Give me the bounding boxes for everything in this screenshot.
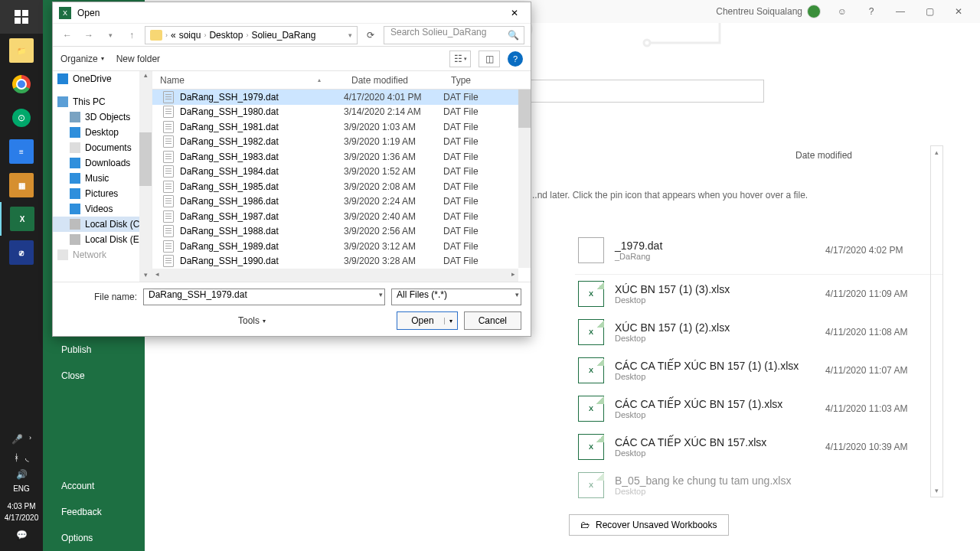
open-button[interactable]: Open xyxy=(397,311,457,330)
tree-item-label: Music xyxy=(85,173,109,184)
tree-item[interactable]: Local Disk (C:) xyxy=(53,217,152,232)
file-row[interactable]: DaRang_SSH_1989.dat3/9/2020 3:12 AMDAT F… xyxy=(152,239,531,254)
recent-file-row[interactable]: XXÚC BN 157 (1) (3).xlsxDesktop4/11/2020… xyxy=(575,275,943,313)
dialog-search-input[interactable]: Search Solieu_DaRang 🔍 xyxy=(384,26,524,44)
recent-file-date: 4/11/2020 11:09 AM xyxy=(825,289,940,299)
list-vscrollbar[interactable]: ▴ xyxy=(518,90,531,268)
file-explorer-icon[interactable]: 📁 xyxy=(0,34,43,67)
sidebar-publish[interactable]: Publish xyxy=(43,337,145,363)
breadcrumb[interactable]: › « soiqu › Desktop › Solieu_DaRang ▾ xyxy=(145,26,358,44)
tree-item[interactable]: Desktop xyxy=(53,125,152,140)
recover-unsaved-button[interactable]: 🗁 Recover Unsaved Workbooks xyxy=(569,514,729,536)
tree-item[interactable]: Pictures xyxy=(53,186,152,201)
new-folder-button[interactable]: New folder xyxy=(116,54,160,64)
dialog-close-button[interactable]: ✕ xyxy=(505,5,524,21)
nav-forward-button[interactable]: → xyxy=(80,27,97,44)
breadcrumb-segment[interactable]: Solieu_DaRang xyxy=(251,30,315,41)
breadcrumb-segment[interactable]: « xyxy=(171,30,176,41)
file-row[interactable]: DaRang_SSH_1986.dat3/9/2020 2:24 AMDAT F… xyxy=(152,194,531,210)
breadcrumb-segment[interactable]: soiqu xyxy=(179,30,201,41)
file-type: DAT File xyxy=(443,152,531,162)
file-row[interactable]: DaRang_SSH_1979.dat4/17/2020 4:01 PMDAT … xyxy=(152,90,531,105)
app-icon-3[interactable]: ⎚ xyxy=(0,236,43,269)
refresh-button[interactable]: ⟳ xyxy=(362,27,379,44)
tree-item[interactable]: Documents xyxy=(53,140,152,155)
notifications-icon[interactable]: 💬 xyxy=(0,523,43,546)
mic-icon[interactable]: 🎤 xyxy=(11,434,23,445)
windows-taskbar: 📁 ⊙ ≡ ▦ X ⎚ 🎤 › ᚼ ◟ 🔊 ENG 4:03 PM 4/17/2… xyxy=(0,0,43,551)
file-row[interactable]: DaRang_SSH_1988.dat3/9/2020 2:56 AMDAT F… xyxy=(152,224,531,240)
tree-item[interactable]: Downloads xyxy=(53,155,152,171)
file-row[interactable]: DaRang_SSH_1984.dat3/9/2020 1:52 AMDAT F… xyxy=(152,165,531,180)
file-row[interactable]: DaRang_SSH_1983.dat3/9/2020 1:36 AMDAT F… xyxy=(152,149,531,165)
dialog-help-button[interactable]: ? xyxy=(508,51,523,67)
tree-item-icon xyxy=(70,234,80,245)
file-row[interactable]: DaRang_SSH_1982.dat3/9/2020 1:19 AMDAT F… xyxy=(152,135,531,150)
tree-item[interactable]: Local Disk (E:) xyxy=(53,232,152,247)
tree-item[interactable]: OneDrive xyxy=(53,71,152,86)
tree-scrollbar[interactable]: ▴▾ xyxy=(139,71,152,282)
file-row[interactable]: DaRang_SSH_1985.dat3/9/2020 2:08 AMDAT F… xyxy=(152,179,531,194)
recent-file-name: CÁC CA TIẾP XÚC BN 157.xlsx xyxy=(615,436,815,448)
speaker-icon[interactable]: 🔊 xyxy=(16,469,28,480)
language-indicator[interactable]: ENG xyxy=(0,483,43,494)
nav-recent-button[interactable]: ▾ xyxy=(102,27,119,44)
file-row[interactable]: DaRang_SSH_1981.dat3/9/2020 1:03 AMDAT F… xyxy=(152,119,531,135)
organize-menu[interactable]: Organize▾ xyxy=(60,54,104,64)
system-tray: 🎤 › ᚼ ◟ 🔊 ENG 4:03 PM 4/17/2020 💬 xyxy=(0,429,43,551)
bluetooth-icon[interactable]: ᚼ xyxy=(14,452,19,463)
help-button[interactable]: ? xyxy=(864,4,879,19)
tree-item[interactable]: Network xyxy=(53,247,152,262)
file-row[interactable]: DaRang_SSH_1980.dat3/14/2020 2:14 AMDAT … xyxy=(152,105,531,120)
recent-file-row[interactable]: XCÁC CA TIẾP XÚC BN 157 (1).xlsxDesktop4… xyxy=(575,390,943,428)
file-row[interactable]: DaRang_SSH_1987.dat3/9/2020 2:40 AMDAT F… xyxy=(152,209,531,224)
tray-expand-icon[interactable]: › xyxy=(29,434,31,445)
breadcrumb-segment[interactable]: Desktop xyxy=(209,30,243,41)
scroll-up-icon[interactable]: ▴ xyxy=(931,146,942,158)
recent-file-row[interactable]: XB_05_bang ke chung tu tam ung.xlsxDeskt… xyxy=(575,466,943,504)
recent-file-row[interactable]: XCÁC CA TIẾP XÚC BN 157 (1) (1).xlsxDesk… xyxy=(575,351,943,390)
file-type-filter[interactable]: All Files (*.*)▾ xyxy=(391,289,521,305)
start-button[interactable] xyxy=(0,0,43,34)
recent-file-row[interactable]: XCÁC CA TIẾP XÚC BN 157.xlsxDesktop4/11/… xyxy=(575,428,943,466)
maximize-button[interactable]: ▢ xyxy=(922,4,937,19)
nav-back-button[interactable]: ← xyxy=(59,27,76,44)
recent-file-row[interactable]: _1979.dat _DaRang 4/17/2020 4:02 PM xyxy=(575,231,943,275)
minimize-button[interactable]: — xyxy=(893,4,908,19)
file-icon xyxy=(163,151,174,163)
list-hscrollbar[interactable]: ◂▸ xyxy=(152,269,518,282)
name-column-header[interactable]: Name▴ xyxy=(152,75,344,86)
sidebar-close[interactable]: Close xyxy=(43,363,145,389)
scroll-down-icon[interactable]: ▾ xyxy=(931,484,942,497)
type-column-header[interactable]: Type xyxy=(443,75,531,86)
dialog-titlebar: X Open ✕ xyxy=(53,2,531,24)
app-icon-1[interactable]: ⊙ xyxy=(0,101,43,135)
sidebar-options[interactable]: Options xyxy=(43,525,145,551)
sidebar-feedback[interactable]: Feedback xyxy=(43,499,145,525)
file-row[interactable]: DaRang_SSH_1990.dat3/9/2020 3:28 AMDAT F… xyxy=(152,254,531,269)
preview-pane-button[interactable]: ◫ xyxy=(479,51,500,67)
tree-item[interactable]: Videos xyxy=(53,201,152,217)
tree-item[interactable]: 3D Objects xyxy=(53,109,152,125)
face-icon[interactable]: ☺ xyxy=(835,4,850,19)
chrome-icon[interactable] xyxy=(0,67,43,101)
docs-icon[interactable]: ≡ xyxy=(0,135,43,168)
excel-taskbar-icon[interactable]: X xyxy=(0,202,43,236)
nav-up-button[interactable]: ↑ xyxy=(123,27,140,44)
tree-item-label: Videos xyxy=(85,204,113,214)
tree-item[interactable]: This PC xyxy=(53,94,152,109)
file-name-input[interactable]: DaRang_SSH_1979.dat▾ xyxy=(143,289,385,305)
recent-scrollbar[interactable]: ▴ ▾ xyxy=(930,145,943,497)
view-mode-button[interactable]: ☷ ▾ xyxy=(449,51,471,67)
user-account[interactable]: Chentreu Soiqualang xyxy=(716,5,821,18)
close-button[interactable]: ✕ xyxy=(951,4,966,19)
tools-menu[interactable]: Tools▾ xyxy=(62,315,266,326)
recent-file-row[interactable]: XXÚC BN 157 (1) (2).xlsxDesktop4/11/2020… xyxy=(575,313,943,351)
cancel-button[interactable]: Cancel xyxy=(464,311,521,330)
clock-time[interactable]: 4:03 PM xyxy=(0,500,43,512)
date-column-header[interactable]: Date modified xyxy=(344,75,443,86)
tree-item[interactable]: Music xyxy=(53,171,152,186)
sidebar-account[interactable]: Account xyxy=(43,473,145,499)
app-icon-2[interactable]: ▦ xyxy=(0,168,43,202)
wifi-icon[interactable]: ◟ xyxy=(25,452,29,463)
